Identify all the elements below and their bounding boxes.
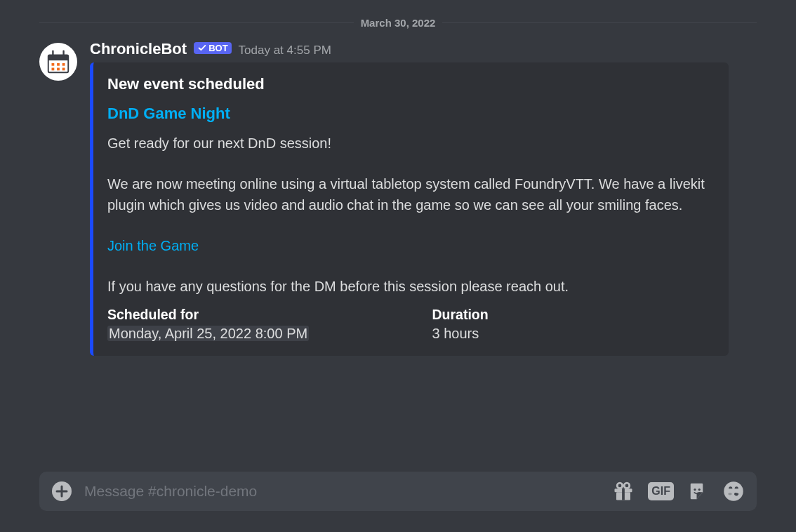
- author-name[interactable]: ChronicleBot: [90, 40, 187, 58]
- date-divider: March 30, 2022: [39, 17, 757, 29]
- embed-field-duration: Duration 3 hours: [432, 307, 715, 342]
- svg-rect-7: [52, 68, 55, 71]
- gif-icon: GIF: [648, 482, 674, 500]
- embed-heading: New event scheduled: [107, 75, 715, 93]
- svg-rect-5: [57, 63, 60, 66]
- gift-icon: [613, 481, 634, 502]
- message-header: ChronicleBot BOT Today at 4:55 PM: [90, 40, 757, 58]
- divider-line: [442, 22, 757, 23]
- svg-point-13: [618, 483, 623, 488]
- sticker-icon: [688, 481, 709, 502]
- svg-rect-9: [62, 68, 65, 71]
- calendar-icon: [45, 48, 72, 75]
- plus-icon: [55, 485, 68, 498]
- bot-badge: BOT: [194, 42, 231, 54]
- avatar[interactable]: [39, 43, 77, 81]
- svg-rect-6: [62, 63, 65, 66]
- bot-badge-label: BOT: [208, 43, 227, 53]
- date-divider-label: March 30, 2022: [354, 17, 443, 29]
- svg-point-18: [728, 493, 732, 496]
- svg-rect-8: [57, 68, 60, 71]
- gif-button[interactable]: GIF: [648, 482, 674, 500]
- sticker-button[interactable]: [688, 481, 709, 502]
- svg-rect-12: [622, 488, 625, 500]
- svg-point-15: [694, 488, 696, 491]
- svg-point-14: [625, 483, 630, 488]
- check-icon: [197, 43, 207, 53]
- embed-fields: Scheduled for Monday, April 25, 2022 8:0…: [107, 307, 715, 342]
- message-timestamp: Today at 4:55 PM: [239, 44, 331, 58]
- divider-line: [39, 22, 354, 23]
- emoji-button[interactable]: [723, 481, 744, 502]
- gift-button[interactable]: [613, 481, 634, 502]
- embed-field-scheduled: Scheduled for Monday, April 25, 2022 8:0…: [107, 307, 390, 342]
- message-compose-bar: GIF: [39, 472, 757, 511]
- message: ChronicleBot BOT Today at 4:55 PM New ev…: [39, 40, 757, 356]
- embed-description: Get ready for our next DnD session! We a…: [107, 133, 715, 297]
- svg-rect-4: [52, 63, 55, 66]
- embed-paragraph: Get ready for our next DnD session!: [107, 133, 715, 154]
- field-name: Scheduled for: [107, 307, 390, 323]
- svg-point-16: [698, 488, 701, 491]
- svg-point-17: [724, 481, 743, 501]
- attach-button[interactable]: [52, 481, 72, 501]
- join-game-link[interactable]: Join the Game: [107, 238, 199, 253]
- embed: New event scheduled DnD Game Night Get r…: [90, 62, 729, 356]
- field-value: 3 hours: [432, 326, 715, 342]
- embed-title-link[interactable]: DnD Game Night: [107, 105, 715, 123]
- emoji-icon: [723, 481, 744, 502]
- embed-paragraph: If you have any questions for the DM bef…: [107, 276, 715, 297]
- message-input[interactable]: [84, 483, 600, 500]
- field-value: Monday, April 25, 2022 8:00 PM: [107, 326, 390, 342]
- field-name: Duration: [432, 307, 715, 323]
- embed-paragraph: We are now meeting online using a virtua…: [107, 173, 715, 215]
- svg-rect-1: [48, 55, 69, 61]
